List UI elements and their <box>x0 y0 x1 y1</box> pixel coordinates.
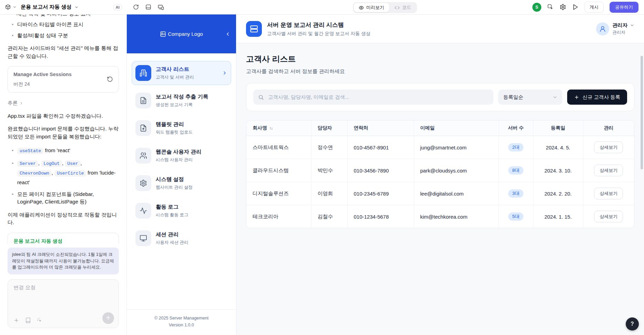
sidebar-item-console-users[interactable]: 웹콘솔 사용자 관리 시스템 사용자 관리 <box>132 144 231 168</box>
code-chip: useState <box>17 148 43 154</box>
project-chevron-down-icon[interactable] <box>74 5 79 9</box>
broken-image-icon <box>160 31 166 37</box>
sort-selected-label: 등록일순 <box>503 94 523 101</box>
sidebar-item-templates[interactable]: 템플릿 관리 워드 템플릿 업로드 <box>132 116 231 140</box>
sidebar-item-sessions[interactable]: 세션 관리 사용자 세션 관리 <box>132 226 231 250</box>
sidebar-item-title: 템플릿 관리 <box>156 121 193 128</box>
panel-layout-icon[interactable] <box>145 4 151 10</box>
table-row: 테크코리아 김철수 010-1234-5678 kim@techkorea.co… <box>246 205 634 228</box>
app-logo-icon[interactable] <box>5 4 11 10</box>
topbar-right: S 게시 공유하기 <box>532 2 644 13</box>
table-header-row: 회사명 담당자 연락처 이메일 서버 수 등록일 관리 <box>246 121 634 136</box>
assistant-message: 이제 애플리케이션이 정상적으로 작동할 것입니다. <box>8 211 119 227</box>
gear-icon <box>135 175 151 191</box>
tab-code[interactable]: 코드 <box>390 3 416 12</box>
import-suffix: from 'react' <box>45 147 70 153</box>
sidebar-item-system-settings[interactable]: 시스템 설정 웹사이트 관리 설정 <box>132 171 231 195</box>
server-app-icon <box>246 21 262 37</box>
sidebar-collapse-icon[interactable] <box>225 31 231 37</box>
chat-panel: 세션 목록 및 디바이스 정보 표시 디바이스 타입별 아이콘 표시 활성/비활… <box>0 14 127 335</box>
version-card-24[interactable]: Manage Active Sessions 버전 24 <box>8 66 119 93</box>
publish-button[interactable]: 게시 <box>584 2 604 13</box>
sidebar-item-subtitle: 시스템 사용자 관리 <box>156 157 202 163</box>
chevron-right-icon <box>19 101 23 105</box>
add-client-button[interactable]: 신규 고객사 등록 <box>567 90 627 105</box>
share-button[interactable]: 공유하기 <box>610 2 638 13</box>
run-play-icon[interactable] <box>572 4 579 10</box>
table-row: 스마트네트웍스 정수연 010-4567-8901 jung@smartnet.… <box>246 136 634 159</box>
user-role: 관리자 <box>613 30 635 35</box>
detail-button[interactable]: 상세보기 <box>594 165 623 176</box>
column-header-actions: 관리 <box>583 121 634 136</box>
list-item: useState from 'react' <box>12 146 119 155</box>
sidebar-nav: 고객사 리스트 고객사 및 서버 관리 보고서 작성 추출 기록 생성된 보고서… <box>127 53 236 309</box>
chat-history[interactable]: 세션 목록 및 디바이스 정보 표시 디바이스 타입별 아이콘 표시 활성/비활… <box>0 14 126 243</box>
detail-button[interactable]: 상세보기 <box>594 142 623 153</box>
search-input[interactable] <box>267 94 489 100</box>
page-title: 고객사 리스트 <box>246 54 634 64</box>
column-header-company[interactable]: 회사명 <box>246 121 311 136</box>
user-avatar[interactable]: S <box>532 3 541 12</box>
code-chip: LogOut <box>41 160 62 167</box>
cell-phone: 010-1234-5678 <box>347 205 414 228</box>
knowledge-book-icon[interactable] <box>25 317 31 323</box>
inspect-select-icon[interactable] <box>547 4 554 10</box>
chat-input-toolbar <box>13 317 43 323</box>
code-chip: UserCircle <box>54 170 86 177</box>
cell-phone: 010-3456-7890 <box>347 159 414 182</box>
code-chip: ChevronDown <box>17 170 52 177</box>
company-logo: Company Logo <box>160 31 203 37</box>
sidebar-item-title: 활동 로그 <box>156 203 188 211</box>
add-client-label: 신규 고객사 등록 <box>582 94 620 101</box>
cell-company: 클라우드시스템 <box>246 159 311 182</box>
device-preview-icon[interactable] <box>158 4 164 10</box>
search-icon <box>258 94 264 100</box>
help-button[interactable]: ? <box>626 317 639 331</box>
search-filter-card: 등록일순 신규 고객사 등록 <box>246 83 634 111</box>
editor-topbar: 운용 보고서 자동 생성 AI 미리보기 <box>0 0 644 14</box>
cell-company: 테크코리아 <box>246 205 311 228</box>
magic-select-icon[interactable] <box>37 317 43 323</box>
copyright-text: © 2025 Server Management <box>130 315 233 322</box>
ai-badge[interactable]: AI <box>113 4 122 10</box>
sidebar-item-subtitle: 시스템 활동 로그 <box>156 212 188 218</box>
send-button[interactable] <box>102 312 114 324</box>
workspace-chevron-down-icon[interactable] <box>13 5 17 9</box>
topbar-left: 운용 보고서 자동 생성 AI <box>0 4 127 10</box>
sidebar-item-title: 고객사 리스트 <box>156 66 194 73</box>
monitor-icon <box>135 230 151 246</box>
sidebar-item-activity-log[interactable]: 활동 로그 시스템 활동 로그 <box>132 199 231 223</box>
assistant-message: 관리자는 사이드바의 "세션 관리" 메뉴를 통해 접근할 수 있습니다. <box>8 44 119 60</box>
cell-company: 디지털솔루션즈 <box>246 182 311 205</box>
code-icon <box>395 5 400 10</box>
page-content: 고객사 리스트 고객사를 검색하고 서버 정보를 관리하세요 등록일순 <box>236 43 644 335</box>
app-preview: Company Logo 고객사 리스트 고객사 및 서버 관리 <box>127 14 644 335</box>
detail-button[interactable]: 상세보기 <box>594 188 623 199</box>
sidebar-item-subtitle: 사용자 세션 관리 <box>156 240 188 245</box>
cell-email: lee@digitalsol.com <box>414 182 499 205</box>
tab-preview[interactable]: 미리보기 <box>354 3 389 12</box>
sidebar-item-report-history[interactable]: 보고서 작성 추출 기록 생성된 보고서 기록 <box>132 88 231 113</box>
detail-button[interactable]: 상세보기 <box>594 211 623 222</box>
user-round-icon <box>596 22 609 35</box>
list-item: 모든 페이지 컴포넌트들 (Sidebar, LoginPage, Client… <box>12 190 119 206</box>
table-row: 클라우드시스템 박민수 010-3456-7890 park@cloudsys.… <box>246 159 634 182</box>
cell-manager: 김철수 <box>311 205 347 228</box>
project-title[interactable]: 운용 보고서 자동 생성 <box>21 4 72 10</box>
restore-version-icon[interactable] <box>107 76 113 82</box>
app-sidebar: Company Logo 고객사 리스트 고객사 및 서버 관리 <box>127 14 236 335</box>
assistant-message: 완료했습니다! import 문제를 수정했습니다. 누락되었던 모든 impo… <box>8 125 119 140</box>
sort-dropdown[interactable]: 등록일순 <box>498 90 562 105</box>
attach-plus-icon[interactable] <box>13 317 19 323</box>
list-item: 디바이스 타입별 아이콘 표시 <box>12 21 119 29</box>
settings-gear-icon[interactable] <box>560 4 566 10</box>
server-count-badge: 5대 <box>508 212 523 221</box>
reasoning-toggle[interactable]: 추론 <box>8 100 119 107</box>
sidebar-item-clients[interactable]: 고객사 리스트 고객사 및 서버 관리 <box>132 61 231 85</box>
cell-phone: 010-2345-6789 <box>347 182 414 205</box>
user-menu[interactable]: 관리자 관리자 <box>596 22 635 35</box>
column-header-email: 이메일 <box>414 121 499 136</box>
refresh-icon[interactable] <box>133 4 139 10</box>
version-card-25[interactable]: 운용 보고서 자동 생성 버전 25 <box>8 233 119 243</box>
preview-scrollbar-thumb[interactable] <box>641 56 643 169</box>
